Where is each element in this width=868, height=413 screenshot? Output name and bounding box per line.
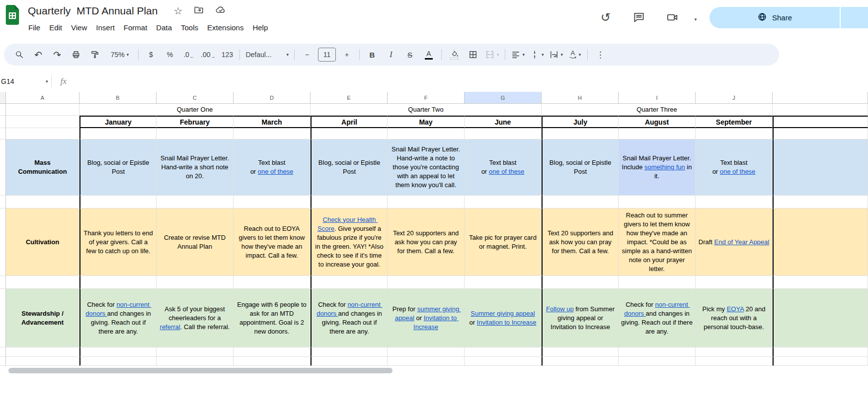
month-header[interactable]: June <box>465 116 542 128</box>
sheet-cell[interactable]: Draft End of Year Appeal <box>696 208 773 276</box>
sheet-cell[interactable]: Text 20 supporters and ask how you can p… <box>542 208 619 276</box>
sheet-cell[interactable] <box>79 276 157 289</box>
cell-link[interactable]: referral <box>160 323 180 331</box>
cell-link[interactable]: something fun <box>644 163 685 171</box>
sheet-cell[interactable] <box>311 276 388 289</box>
sheet-cell[interactable]: Thank you letters to end of year givers.… <box>79 208 157 276</box>
sheet-cell[interactable] <box>465 347 542 357</box>
sheet-cell[interactable]: Blog, social or Epistle Post <box>542 139 619 196</box>
cell-link[interactable]: EOYA <box>727 305 744 313</box>
sheet-cell[interactable] <box>773 289 868 347</box>
select-all-corner[interactable] <box>0 92 6 104</box>
sheet-cell[interactable]: Take pic for prayer card or magnet. Prin… <box>465 208 542 276</box>
sheet-cell[interactable]: Prep for summer giving appeal or Invitat… <box>388 289 465 347</box>
row-header[interactable] <box>0 196 6 208</box>
cell-link[interactable]: Summer giving appeal <box>471 310 535 317</box>
sheet-cell[interactable] <box>388 196 465 208</box>
sheet-cell[interactable]: Check your Health Score. Give yourself a… <box>311 208 388 276</box>
sheet-cell[interactable] <box>79 128 157 139</box>
sheet-cell[interactable] <box>6 128 79 139</box>
month-header[interactable]: August <box>619 116 696 128</box>
bold-button[interactable]: B <box>363 47 382 62</box>
comments-icon[interactable] <box>631 10 646 25</box>
redo-button[interactable]: ↷ <box>48 47 67 62</box>
quarter-cell[interactable]: Quarter Two <box>311 104 542 116</box>
text-rotation-button[interactable]: A ▾ <box>565 47 584 62</box>
sheet-cell[interactable] <box>234 276 311 289</box>
italic-button[interactable]: I <box>382 47 400 62</box>
sheet-cell[interactable] <box>79 347 157 357</box>
menu-view[interactable]: View <box>67 22 91 33</box>
sheet-cell[interactable] <box>6 347 79 357</box>
sheet-cell[interactable] <box>79 196 157 208</box>
name-box[interactable]: G14 <box>0 77 44 85</box>
sheet-cell[interactable] <box>773 196 868 208</box>
sheets-logo-icon[interactable] <box>4 4 20 27</box>
sheet-cell[interactable] <box>619 276 696 289</box>
star-icon[interactable]: ☆ <box>173 6 182 16</box>
sheet-cell[interactable] <box>157 128 234 139</box>
share-button[interactable]: Share <box>710 7 840 28</box>
video-call-icon[interactable] <box>665 10 680 25</box>
column-header-I[interactable]: I <box>619 92 696 104</box>
horizontal-align-button[interactable]: ▾ <box>508 47 528 62</box>
formula-input[interactable] <box>67 70 868 92</box>
paint-format-button[interactable] <box>85 47 104 62</box>
vertical-align-button[interactable]: ▾ <box>527 47 547 62</box>
sheet-cell[interactable]: Reach out to EOYA givers to let them kno… <box>234 208 311 276</box>
month-header[interactable]: January <box>79 116 157 128</box>
sheet-cell[interactable] <box>157 276 234 289</box>
cell-link[interactable]: Invitation to Increase <box>477 319 537 326</box>
text-color-button[interactable]: A <box>419 47 438 62</box>
sheet-cell[interactable] <box>388 347 465 357</box>
sheet-cell[interactable]: Reach out to summer givers to let them k… <box>619 208 696 276</box>
currency-format-button[interactable]: $ <box>142 47 160 62</box>
sheet-cell[interactable]: Check for non-current donors and changes… <box>311 289 388 347</box>
column-header-B[interactable]: B <box>79 92 157 104</box>
sheet-cell[interactable] <box>311 128 388 139</box>
sheet-cell[interactable] <box>311 357 388 366</box>
sheet-cell[interactable] <box>234 128 311 139</box>
sheet-cell[interactable] <box>6 276 79 289</box>
menu-edit[interactable]: Edit <box>45 22 67 33</box>
sheet-cell[interactable]: Snail Mail Prayer Letter. Hand-write a n… <box>388 139 465 196</box>
search-button[interactable] <box>10 47 29 62</box>
move-folder-icon[interactable] <box>193 4 204 17</box>
more-options-button[interactable]: ⋮ <box>591 47 610 62</box>
number-format-button[interactable]: 123 <box>218 47 237 62</box>
row-header[interactable] <box>0 208 6 276</box>
borders-button[interactable] <box>464 47 482 62</box>
sheet-cell[interactable]: Text blast or one of these <box>465 139 542 196</box>
month-header[interactable]: May <box>388 116 465 128</box>
row-label[interactable]: Mass Communication <box>6 139 79 196</box>
sheet-cell[interactable]: Text 20 supporters and ask how you can p… <box>388 208 465 276</box>
font-size-input[interactable]: 11 <box>318 48 336 62</box>
sheet-cell[interactable] <box>619 128 696 139</box>
sheet-cell[interactable] <box>696 196 773 208</box>
sheet-cell[interactable] <box>542 128 619 139</box>
sheet-cell[interactable] <box>619 347 696 357</box>
sheet-cell[interactable] <box>619 196 696 208</box>
sheet-cell[interactable] <box>465 276 542 289</box>
column-header-D[interactable]: D <box>234 92 311 104</box>
undo-button[interactable]: ↶ <box>29 47 48 62</box>
share-dropdown-button[interactable] <box>841 7 868 28</box>
column-header-A[interactable]: A <box>6 92 79 104</box>
sheet-cell[interactable]: Text blast or one of these <box>696 139 773 196</box>
sheet-cell[interactable] <box>619 357 696 366</box>
column-header-partial[interactable] <box>773 92 868 104</box>
column-header-C[interactable]: C <box>157 92 234 104</box>
sheet-cell[interactable] <box>157 357 234 366</box>
sheet-cell[interactable] <box>6 104 79 116</box>
cell-link[interactable]: one of these <box>258 168 294 175</box>
fill-color-button[interactable] <box>445 47 464 62</box>
menu-format[interactable]: Format <box>119 22 152 33</box>
sheet-cell[interactable] <box>465 196 542 208</box>
column-header-J[interactable]: J <box>696 92 773 104</box>
cell-link[interactable]: Follow up <box>546 305 574 313</box>
sheet-cell[interactable] <box>773 357 868 366</box>
sheet-cell[interactable]: Snail Mail Prayer Letter. Hand-write a s… <box>157 139 234 196</box>
quarter-cell[interactable]: Quarter Three <box>542 104 773 116</box>
quarter-cell[interactable] <box>773 104 868 116</box>
cell-link[interactable]: End of Year Appeal <box>714 238 770 246</box>
